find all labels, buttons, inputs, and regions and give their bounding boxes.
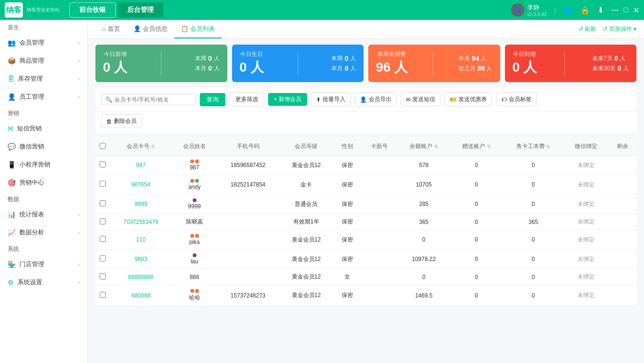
topbar: 纳客 纳客营业史轻松 前台收银 后台管理 👤 李静 v1.0.0.42 | 🌐 … <box>0 0 644 20</box>
stat-sub-item: 本周0人 <box>195 55 220 63</box>
member-name-cell: lau <box>176 253 213 265</box>
card-no-link[interactable]: 9999 <box>134 201 147 207</box>
row-checkbox[interactable] <box>100 236 106 242</box>
member-dot <box>190 289 194 293</box>
card-no-link[interactable]: 987654 <box>131 181 150 188</box>
th-card-no: 会员卡号 ⇅ <box>110 138 172 156</box>
row-checkbox[interactable] <box>100 292 106 298</box>
row-checkbox[interactable] <box>100 181 106 187</box>
member-name: 987 <box>190 164 199 171</box>
lock-icon[interactable]: 🔒 <box>580 6 590 15</box>
sidebar-item-data-analysis[interactable]: 📈 数据分析 › <box>0 223 87 242</box>
page-operation-btn[interactable]: ↺ 页面操作 ▾ <box>603 25 636 33</box>
add-member-button[interactable]: + 新增会员 <box>268 93 307 106</box>
row-checkbox[interactable] <box>100 255 106 261</box>
sidebar-item-staff[interactable]: 👤 员工管理 › <box>0 88 87 106</box>
breadcrumb-actions: ↺ 刷新 ↺ 页面操作 ▾ <box>579 25 636 33</box>
member-wechat: 未绑定 <box>564 214 608 230</box>
member-wechat: 未绑定 <box>564 156 608 175</box>
sidebar-section-label-sheng: 首生 <box>0 20 87 34</box>
member-card-cost: 0 <box>503 195 564 214</box>
miniprogram-icon: 📱 <box>8 161 16 168</box>
search-box[interactable]: 🔍 <box>101 94 196 105</box>
member-level: 黄金会员12 <box>279 250 333 269</box>
search-input[interactable] <box>114 96 192 103</box>
card-no-link[interactable]: 70372551479 <box>123 219 158 225</box>
member-card-cost: 0 <box>503 156 564 175</box>
send-sms-button[interactable]: ✉ 发送短信 <box>401 93 440 106</box>
sort-icon[interactable]: ⇅ <box>151 144 155 149</box>
card-no-link[interactable]: 987 <box>136 162 146 168</box>
frontend-btn[interactable]: 前台收银 <box>69 2 116 18</box>
row-checkbox[interactable] <box>100 161 106 168</box>
delete-member-button[interactable]: 🗑 删除会员 <box>101 114 142 128</box>
sidebar-item-product-management[interactable]: 📦 商品管理 › <box>0 52 87 70</box>
member-name: 888 <box>190 274 199 280</box>
backend-btn[interactable]: 后台管理 <box>118 2 163 18</box>
stat-label: 今日新增 <box>103 50 127 58</box>
sort-icon[interactable]: ⇅ <box>546 144 550 149</box>
send-coupon-button[interactable]: 🎫 发送优惠券 <box>444 93 492 106</box>
tab-home[interactable]: ⌂ 首页 <box>95 20 127 38</box>
more-filter-button[interactable]: 更多筛选 <box>229 93 264 106</box>
sort-icon[interactable]: ⇅ <box>434 144 438 149</box>
member-remain <box>608 250 636 269</box>
stat-divider <box>298 52 298 75</box>
card-no-link[interactable]: 9803 <box>134 256 147 262</box>
member-gift: 0 <box>450 285 503 306</box>
stat-divider <box>433 52 433 75</box>
query-button[interactable]: 查询 <box>200 93 225 106</box>
maximize-btn[interactable]: □ <box>624 6 628 15</box>
member-gift: 0 <box>450 214 503 230</box>
sidebar-label: 数据分析 <box>19 228 44 237</box>
batch-import-button[interactable]: ⬆ 批量导入 <box>311 93 351 106</box>
card-no-link[interactable]: 110 <box>136 236 146 243</box>
coupon-icon: 🎫 <box>449 96 457 103</box>
stats-icon: 📊 <box>8 211 16 218</box>
sidebar-item-inventory[interactable]: 🗄 库存管理 › <box>0 70 87 88</box>
select-all-checkbox[interactable] <box>100 143 106 149</box>
member-name-cell: 888 <box>176 274 213 280</box>
stat-divider <box>161 52 161 75</box>
globe-icon[interactable]: 🌐 <box>563 6 573 15</box>
member-phone <box>217 230 280 250</box>
sidebar-item-miniprogram[interactable]: 📱 小程序营销 <box>0 156 87 174</box>
member-wechat: 未绑定 <box>564 195 608 214</box>
member-dot <box>195 289 199 293</box>
member-dot <box>190 179 194 183</box>
tab-member-info[interactable]: 👤 会员信息 <box>127 20 174 38</box>
sidebar-item-settings[interactable]: ⚙ 系统设置 › <box>0 273 87 291</box>
member-dot <box>190 159 194 163</box>
th-balance: 余额账户 ⇅ <box>398 138 450 156</box>
member-card-face <box>361 230 398 250</box>
th-phone: 手机号码 <box>217 138 280 156</box>
sidebar-label: 微信营销 <box>19 142 44 151</box>
row-checkbox[interactable] <box>100 273 106 279</box>
member-remain <box>608 156 636 175</box>
minimize-btn[interactable]: — <box>611 6 619 15</box>
download-icon[interactable]: ⬇ <box>597 6 604 15</box>
sidebar-section-label-marketing: 营销 <box>0 106 87 120</box>
member-card-face <box>361 195 398 214</box>
member-gender: 保密 <box>333 285 361 306</box>
tab-member-list[interactable]: 📋 会员列表 <box>174 20 222 38</box>
chevron-right-icon: › <box>78 76 80 82</box>
sidebar-item-store[interactable]: 🏪 门店管理 › <box>0 255 87 273</box>
card-no-link[interactable]: 88888888 <box>128 274 153 280</box>
close-btn[interactable]: ✕ <box>633 6 639 15</box>
sidebar-item-member-management[interactable]: 👥 会员管理 › <box>0 34 87 52</box>
sidebar-item-wechat-marketing[interactable]: 💬 微信营销 <box>0 138 87 156</box>
store-icon: 🏪 <box>8 261 16 268</box>
sidebar-item-stats[interactable]: 📊 统计报表 › <box>0 205 87 223</box>
refresh-btn[interactable]: ↺ 刷新 <box>579 25 596 33</box>
card-no-link[interactable]: 880088 <box>131 292 150 299</box>
member-gift: 0 <box>450 156 503 175</box>
row-checkbox[interactable] <box>100 218 106 224</box>
sidebar-item-sms-marketing[interactable]: ✉ 短信营销 <box>0 120 87 138</box>
sort-icon[interactable]: ⇅ <box>487 144 491 149</box>
topbar-icons: 🌐 🔒 ⬇ <box>563 6 604 15</box>
row-checkbox[interactable] <box>100 200 106 206</box>
member-export-button[interactable]: 👤 会员导出 <box>355 93 397 106</box>
sidebar-item-marketing-center[interactable]: 🎯 营销中心 <box>0 174 87 192</box>
member-tag-button[interactable]: 🏷 会员标签 <box>496 93 537 106</box>
